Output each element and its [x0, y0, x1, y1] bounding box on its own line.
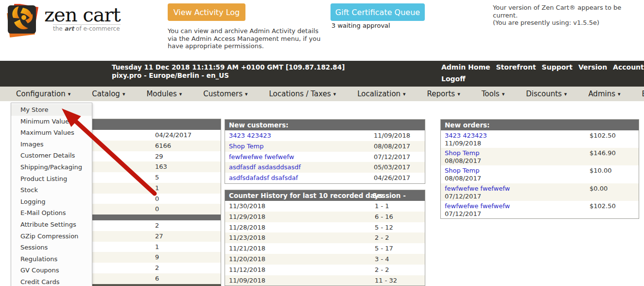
statistics-value: 0 — [155, 205, 159, 213]
caret-down-icon: ▾ — [502, 91, 505, 97]
order-amount: $0.00 — [590, 185, 608, 193]
dropdown-menu-item[interactable]: My Store — [11, 104, 92, 116]
counter-history-row: 11/28/2018 5 - 12 — [225, 222, 425, 233]
counter-date: 11/28/2018 — [229, 224, 265, 231]
customer-row: fewfwefwe fwefwefw 07/12/2017 — [225, 152, 425, 162]
dropdown-menu-item[interactable]: Images — [11, 139, 92, 150]
quick-links-row1: Admin HomeStorefrontSupportVersionAccoun… — [441, 63, 626, 72]
order-row: fewfwefwe fwefwefw 07/12/2017 $102.50 — [441, 201, 639, 218]
version-line2: (You are presently using: v1.5.5e) — [493, 19, 642, 27]
order-row: 3423 423423 11/09/2018 $102.50 — [441, 130, 639, 148]
counter-history-list: 11/30/2018 1 - 1 11/29/2018 6 - 16 11/28… — [225, 201, 425, 286]
menu-item[interactable]: Modules ▾ — [146, 89, 182, 98]
version-line1: Your version of Zen Cart® appears to be … — [493, 4, 642, 19]
statistics-value: 04/24/2017 — [155, 131, 191, 139]
dropdown-menu-item[interactable]: Customer Details — [11, 150, 92, 161]
customer-date: 11/09/2018 — [374, 130, 410, 141]
counter-date: 11/12/2018 — [229, 266, 265, 273]
tagline-post: of e-commerce — [74, 25, 120, 32]
menu-item[interactable]: Localization ▾ — [357, 89, 405, 98]
order-customer-link[interactable]: Shop Temp — [445, 167, 479, 174]
counter-session-total: 5 - 12 — [375, 222, 393, 233]
statistics-value: 5 — [155, 174, 159, 181]
order-customer-link[interactable]: Shop Temp — [445, 149, 479, 157]
order-amount: $146.90 — [590, 149, 616, 157]
new-customers-list: 3423 423423 11/09/2018 Shop Temp 08/08/2… — [225, 130, 425, 183]
counter-date: 11/21/2018 — [229, 245, 265, 252]
menu-item[interactable]: Tools ▾ — [482, 89, 505, 98]
zen-cart-logo-icon — [6, 4, 40, 39]
quick-link[interactable]: Account — [613, 63, 644, 72]
order-date: 08/08/2017 — [445, 175, 639, 182]
gift-certificate-queue-button[interactable]: Gift Certificate Queue — [331, 3, 425, 21]
order-customer-link[interactable]: fewfwefwe fwefwefw — [445, 202, 510, 210]
quick-link[interactable]: Admin Home — [441, 63, 490, 72]
menu-item-label: Localization — [357, 89, 400, 98]
counter-session-total: 5 - 17 — [375, 243, 393, 254]
customer-name-link[interactable]: Shop Temp — [229, 143, 263, 150]
customer-row: asdfasdf asdasddsasdf 05/03/2017 — [225, 162, 425, 173]
dropdown-menu-item[interactable]: GZip Compression — [11, 231, 92, 242]
dropdown-menu-item[interactable]: Attribute Settings — [11, 219, 92, 231]
menu-item[interactable]: Locations / Taxes ▾ — [269, 89, 336, 98]
new-orders-panel: New orders: 3423 423423 11/09/2018 $102.… — [440, 119, 639, 219]
menu-item[interactable]: Catalog ▾ — [92, 89, 125, 98]
dropdown-menu-item[interactable]: GV Coupons — [11, 265, 92, 276]
menu-item[interactable]: Configuration ▾ — [16, 89, 70, 98]
counter-date: 11/29/2018 — [229, 213, 265, 220]
counter-history-title: Counter History for last 10 recorded day… — [229, 190, 383, 201]
menu-item-label: Discounts — [526, 89, 562, 98]
dropdown-menu-item[interactable]: Regulations — [11, 253, 92, 265]
menu-item[interactable]: Customers ▾ — [203, 89, 247, 98]
version-info: Your version of Zen Cart® appears to be … — [493, 4, 642, 27]
menu-item-label: Tools — [482, 89, 500, 98]
server-info: Tuesday 11 Dec 2018 11:11:59 AM +0100 GM… — [112, 63, 345, 80]
caret-down-icon: ▾ — [333, 91, 336, 97]
menu-item[interactable]: Admins ▾ — [588, 89, 620, 98]
menu-item-label: Catalog — [92, 89, 120, 98]
statistics-value: 2 — [155, 222, 159, 229]
statistics-value: 1 — [155, 243, 159, 250]
counter-history-header: Counter History for last 10 recorded day… — [225, 190, 425, 201]
main-menu-bar: Configuration ▾ Catalog ▾ Modules ▾ Cust… — [0, 87, 644, 101]
customer-name-link[interactable]: asdfsdafadsf dsafsdaf — [229, 174, 298, 181]
dropdown-menu-item[interactable]: E-Mail Options — [11, 207, 92, 219]
quick-links-row2: Logoff — [441, 75, 626, 83]
quick-link[interactable]: Version — [578, 63, 607, 72]
menu-item[interactable]: Reports ▾ — [427, 89, 460, 98]
customer-name-link[interactable]: fewfwefwe fwefwefw — [229, 153, 294, 161]
menu-item[interactable]: Discounts ▾ — [526, 89, 567, 98]
dropdown-menu-item[interactable]: Stock — [11, 184, 92, 196]
logo-text: zen cart the art of e-commerce — [44, 4, 121, 32]
counter-session-total: 6 - 16 — [375, 212, 393, 222]
order-customer-link[interactable]: 3423 423423 — [445, 132, 487, 139]
dropdown-menu-item[interactable]: Minimum Values — [11, 116, 92, 127]
logo-title: zen cart — [44, 4, 121, 25]
quick-link[interactable]: Storefront — [496, 63, 536, 72]
view-activity-log-button[interactable]: View Activity Log — [168, 3, 245, 21]
customer-date: 05/03/2017 — [374, 162, 410, 173]
dropdown-menu-item[interactable]: Logging — [11, 196, 92, 208]
dropdown-menu-item[interactable]: Credit Cards — [11, 276, 92, 286]
menu-item-label: Reports — [427, 89, 455, 98]
customer-name-link[interactable]: asdfasdf asdasddsasdf — [229, 163, 301, 171]
dropdown-menu-item[interactable]: Maximum Values — [11, 127, 92, 139]
counter-history-row: 11/09/2018 11 - 32 — [225, 275, 425, 286]
dropdown-menu-item[interactable]: Shipping/Packaging — [11, 161, 92, 173]
quick-link[interactable]: Support — [542, 63, 573, 72]
tagline-art: art — [65, 25, 74, 32]
gift-queue-status: 3 waiting approval — [331, 22, 390, 29]
caret-down-icon: ▾ — [403, 91, 406, 97]
quick-link[interactable]: Logoff — [441, 75, 466, 83]
customer-name-link[interactable]: 3423 423423 — [229, 132, 271, 139]
counter-history-panel: Counter History for last 10 recorded day… — [225, 190, 425, 286]
dropdown-menu-item[interactable]: Product Listing — [11, 173, 92, 185]
datetime-text: Tuesday 11 Dec 2018 11:11:59 AM +0100 GM… — [112, 63, 345, 72]
order-row: Shop Temp 08/08/2017 $146.90 — [441, 148, 639, 165]
menu-item-label: Customers — [203, 89, 243, 98]
order-customer-link[interactable]: fewfwefwe fwefwefw — [445, 185, 510, 192]
statistics-value: 9 — [155, 253, 159, 261]
counter-history-row: 11/21/2018 5 - 17 — [225, 243, 425, 254]
dropdown-menu-item[interactable]: Sessions — [11, 242, 92, 253]
menu-item[interactable]: Extras ▾ — [642, 89, 644, 98]
